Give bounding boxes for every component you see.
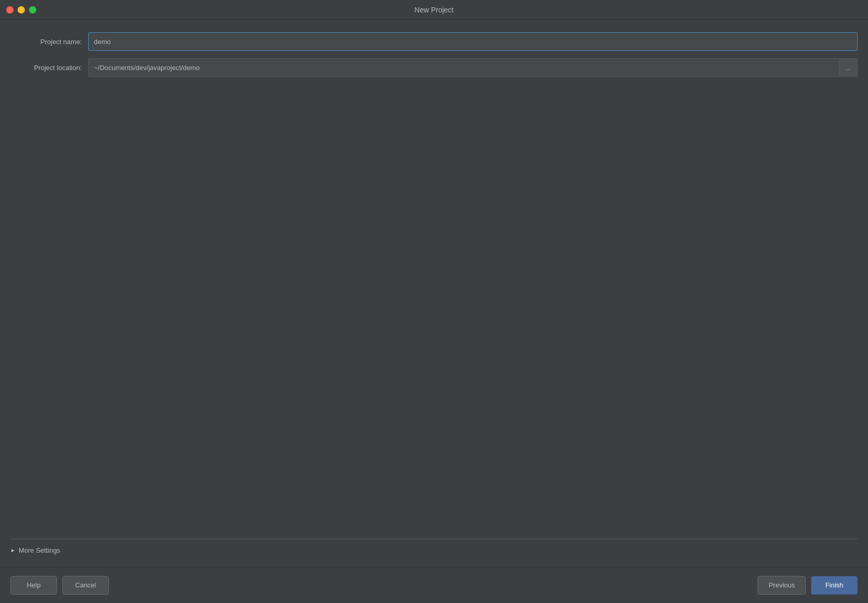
chevron-right-icon: ► bbox=[10, 547, 16, 553]
project-location-label: Project location: bbox=[10, 64, 88, 72]
project-name-label: Project name: bbox=[10, 38, 88, 46]
project-location-row: Project location: ... bbox=[10, 58, 858, 77]
finish-button[interactable]: Finish bbox=[811, 576, 858, 595]
previous-button[interactable]: Previous bbox=[758, 576, 806, 595]
bottom-left-buttons: Help Cancel bbox=[10, 576, 109, 595]
project-location-input[interactable] bbox=[88, 58, 839, 77]
more-settings-section: ► More Settings bbox=[10, 539, 858, 561]
more-settings-toggle[interactable]: ► More Settings bbox=[10, 544, 60, 556]
window-controls bbox=[6, 6, 36, 13]
browse-button[interactable]: ... bbox=[839, 58, 858, 77]
content-spacer bbox=[10, 84, 858, 539]
project-name-row: Project name: bbox=[10, 32, 858, 51]
bottom-bar: Help Cancel Previous Finish bbox=[0, 567, 868, 603]
help-button[interactable]: Help bbox=[10, 576, 57, 595]
cancel-button[interactable]: Cancel bbox=[62, 576, 109, 595]
title-bar: New Project bbox=[0, 0, 868, 20]
main-content: Project name: Project location: ... ► Mo… bbox=[0, 20, 868, 567]
close-button[interactable] bbox=[6, 6, 13, 13]
project-name-input[interactable] bbox=[88, 32, 858, 51]
maximize-button[interactable] bbox=[29, 6, 36, 13]
project-location-field: ... bbox=[88, 58, 858, 77]
more-settings-label: More Settings bbox=[19, 546, 60, 554]
bottom-right-buttons: Previous Finish bbox=[758, 576, 858, 595]
minimize-button[interactable] bbox=[18, 6, 25, 13]
window-title: New Project bbox=[414, 6, 453, 14]
browse-icon: ... bbox=[846, 64, 851, 72]
